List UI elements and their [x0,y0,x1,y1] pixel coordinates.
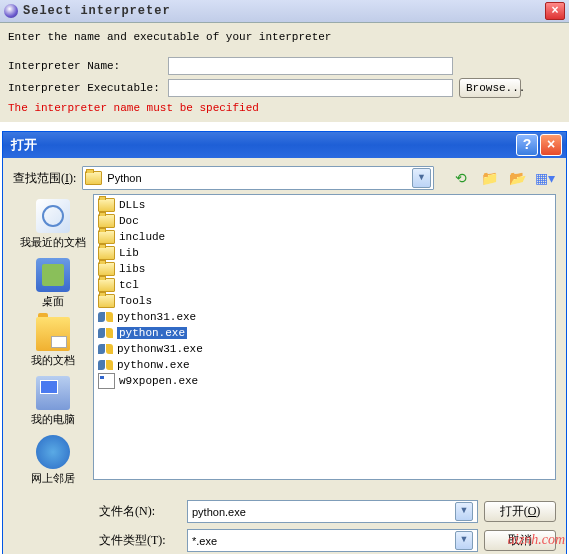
file-item[interactable]: w9xpopen.exe [96,373,553,389]
folder-icon [98,262,115,276]
ico-desktop-icon [36,258,70,292]
exe-icon [98,373,115,389]
file-name: Doc [119,215,139,227]
lookin-value: Python [107,172,141,184]
file-name: Lib [119,247,139,259]
file-dialog-title: 打开 [11,136,37,154]
ico-computer-icon [36,376,70,410]
file-item[interactable]: tcl [96,277,553,293]
close-button[interactable]: × [540,134,562,156]
eclipse-icon [4,4,18,18]
place-label: 桌面 [13,294,93,309]
open-button[interactable]: 打开(O) [484,501,556,522]
lookin-combo[interactable]: Python ▼ [82,166,434,190]
place-label: 网上邻居 [13,471,93,486]
filetype-combo[interactable]: *.exe ▼ [187,529,478,552]
py-icon [98,326,113,340]
view-menu-icon[interactable]: ▦▾ [534,167,556,189]
interpreter-name-input[interactable] [168,57,453,75]
up-folder-icon[interactable]: 📁 [478,167,500,189]
file-item[interactable]: pythonw31.exe [96,341,553,357]
folder-icon [98,214,115,228]
file-item[interactable]: python31.exe [96,309,553,325]
file-name: pythonw.exe [117,359,190,371]
select-interpreter-body: Enter the name and executable of your in… [0,23,569,122]
back-icon[interactable]: ⟲ [450,167,472,189]
py-icon [98,342,113,356]
chevron-down-icon[interactable]: ▼ [455,502,473,521]
file-item[interactable]: DLLs [96,197,553,213]
lookin-label: 查找范围(I): [13,170,76,187]
file-item[interactable]: Doc [96,213,553,229]
file-item[interactable]: python.exe [96,325,553,341]
window-title: Select interpreter [23,4,171,18]
place-4[interactable]: 网上邻居 [13,435,93,486]
help-button[interactable]: ? [516,134,538,156]
new-folder-icon[interactable]: 📂 [506,167,528,189]
place-3[interactable]: 我的电脑 [13,376,93,427]
ico-docs-icon [36,317,70,351]
file-item[interactable]: include [96,229,553,245]
ico-recent-icon [36,199,70,233]
file-name: include [119,231,165,243]
ico-network-icon [36,435,70,469]
file-name: python.exe [117,327,187,339]
file-item[interactable]: pythonw.exe [96,357,553,373]
filename-label: 文件名(N): [99,503,181,520]
browse-button[interactable]: Browse... [459,78,521,98]
place-label: 我最近的文档 [13,235,93,250]
file-item[interactable]: Lib [96,245,553,261]
folder-icon [98,198,115,212]
place-1[interactable]: 桌面 [13,258,93,309]
folder-icon [98,246,115,260]
file-name: tcl [119,279,139,291]
chevron-down-icon[interactable]: ▼ [412,168,431,188]
file-item[interactable]: Tools [96,293,553,309]
folder-icon [98,278,115,292]
filename-value: python.exe [192,506,246,518]
file-name: libs [119,263,145,275]
file-name: DLLs [119,199,145,211]
folder-icon [98,294,115,308]
filename-combo[interactable]: python.exe ▼ [187,500,478,523]
file-name: pythonw31.exe [117,343,203,355]
interpreter-exec-label: Interpreter Executable: [8,82,168,94]
py-icon [98,358,113,372]
py-icon [98,310,113,324]
places-bar: 我最近的文档 桌面 我的文档 我的电脑 网上邻居 [13,194,93,494]
watermark: aiznh.com [508,532,565,548]
interpreter-exec-input[interactable] [168,79,453,97]
select-interpreter-titlebar: Select interpreter × [0,0,569,23]
file-name: Tools [119,295,152,307]
place-label: 我的文档 [13,353,93,368]
file-open-dialog: 打开 ? × 查找范围(I): Python ▼ ⟲ 📁 📂 ▦▾ 我最近的文档… [2,131,567,554]
file-dialog-titlebar: 打开 ? × [3,132,566,158]
file-name: python31.exe [117,311,196,323]
file-list[interactable]: DLLs Doc include Lib libs tcl Tools pyth… [93,194,556,480]
filetype-value: *.exe [192,535,217,547]
filetype-label: 文件类型(T): [99,532,181,549]
place-0[interactable]: 我最近的文档 [13,199,93,250]
error-message: The interpreter name must be specified [8,102,561,114]
folder-icon [85,171,102,185]
file-name: w9xpopen.exe [119,375,198,387]
chevron-down-icon[interactable]: ▼ [455,531,473,550]
place-2[interactable]: 我的文档 [13,317,93,368]
folder-icon [98,230,115,244]
interpreter-name-label: Interpreter Name: [8,60,168,72]
place-label: 我的电脑 [13,412,93,427]
file-item[interactable]: libs [96,261,553,277]
close-button[interactable]: × [545,2,565,20]
instruction-text: Enter the name and executable of your in… [8,31,561,43]
